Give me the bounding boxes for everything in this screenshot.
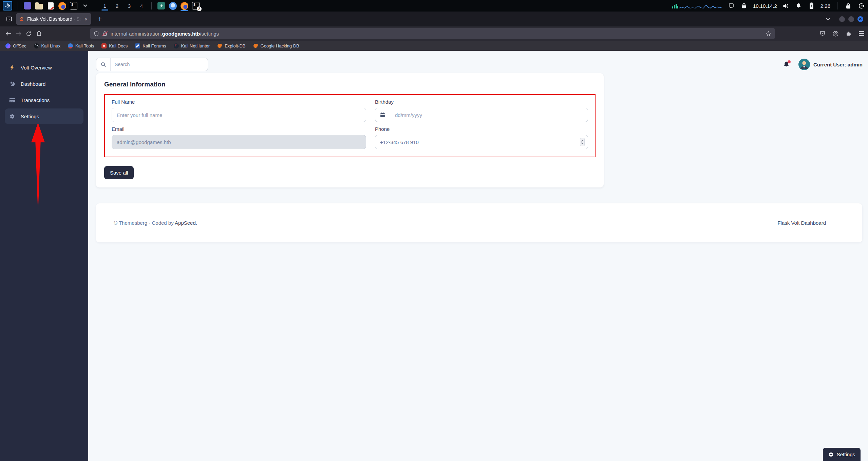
workspace-1[interactable]: 1	[100, 1, 109, 11]
folder-icon[interactable]	[35, 2, 43, 10]
browser-tab-bar: Flask Volt Dashboard - Se × + ✕	[0, 12, 868, 26]
vpn-lock-icon[interactable]	[740, 2, 748, 10]
workspace-2[interactable]: 2	[113, 1, 121, 11]
maximize-button[interactable]	[848, 16, 854, 22]
bookmark-offsec[interactable]: OffSec	[5, 43, 26, 48]
battery-icon[interactable]	[808, 2, 816, 10]
search-group	[96, 58, 208, 71]
page-topnav: Current User: admin	[96, 57, 863, 72]
email-input	[112, 135, 366, 149]
birthday-input[interactable]	[390, 108, 588, 122]
divider	[95, 2, 95, 9]
bookmark-kali-tools[interactable]: Kali Tools	[68, 43, 94, 48]
credit-card-icon	[9, 98, 16, 103]
bookmark-star-icon[interactable]	[766, 31, 771, 37]
terminal-icon[interactable]: $_	[70, 2, 78, 10]
lock-screen-icon[interactable]	[844, 2, 852, 10]
desktop-screen: $_ 1 2 3 4 $_ 2	[0, 0, 868, 461]
pocket-icon[interactable]	[819, 31, 826, 37]
page-footer: © Themesberg - Coded by AppSeed. Flask V…	[96, 203, 862, 242]
list-all-tabs-icon[interactable]	[826, 18, 830, 21]
phone-label: Phone	[375, 126, 588, 132]
bookmark-kali-linux[interactable]: Kali Linux	[34, 43, 60, 48]
new-tab-button[interactable]: +	[95, 15, 105, 23]
kali-docs-icon	[101, 43, 107, 48]
floating-settings-button[interactable]: Settings	[823, 448, 861, 461]
pie-chart-icon	[9, 81, 16, 87]
firefox-taskbar-icon[interactable]	[180, 2, 188, 10]
sidebar-item-settings[interactable]: Settings	[5, 108, 83, 124]
search-input[interactable]	[111, 62, 208, 67]
workspace-3[interactable]: 3	[125, 1, 134, 11]
firefox-view-icon[interactable]	[4, 14, 14, 24]
email-field: Email	[112, 126, 366, 149]
bookmark-kali-forums[interactable]: Kali Forums	[135, 43, 166, 48]
tracking-shield-icon[interactable]	[94, 31, 99, 37]
terminal-window-icon[interactable]: $_ 2	[192, 2, 200, 10]
gear-icon	[828, 452, 834, 457]
red-arrow-annotation	[31, 123, 45, 215]
insecure-lock-icon[interactable]	[102, 31, 107, 36]
page-viewport: Volt Overview Dashboard Transactions Set…	[0, 51, 868, 461]
number-spinner[interactable]	[580, 138, 585, 146]
general-information-card: General information Full Name Birthday	[96, 73, 604, 187]
bookmark-kali-docs[interactable]: Kali Docs	[101, 43, 128, 48]
chevron-down-icon[interactable]	[81, 2, 89, 10]
save-all-button[interactable]: Save all	[104, 166, 134, 179]
appseed-link[interactable]: AppSeed.	[175, 220, 197, 226]
search-icon	[96, 58, 111, 71]
close-window-button[interactable]: ✕	[857, 16, 863, 22]
home-icon[interactable]	[34, 28, 44, 39]
sidebar: Volt Overview Dashboard Transactions Set…	[0, 51, 88, 461]
back-icon[interactable]	[3, 28, 14, 39]
menu-hamburger-icon[interactable]	[858, 31, 865, 36]
bolt-icon	[9, 64, 16, 71]
workspace-4[interactable]: 4	[137, 1, 146, 11]
tab-title: Flask Volt Dashboard - Se	[27, 16, 81, 22]
notification-dot	[788, 60, 791, 63]
url-bar[interactable]: internal-administration.goodgames.htb/se…	[90, 28, 775, 39]
text-editor-icon[interactable]	[46, 2, 55, 10]
system-taskbar: $_ 1 2 3 4 $_ 2	[0, 0, 868, 12]
bookmarks-bar: OffSec Kali Linux Kali Tools Kali Docs K…	[0, 41, 868, 51]
account-icon[interactable]	[832, 31, 839, 37]
bookmark-exploit-db[interactable]: Exploit-DB	[217, 43, 245, 48]
sidebar-item-transactions[interactable]: Transactions	[5, 92, 83, 108]
tab-close-icon[interactable]: ×	[84, 16, 88, 22]
extensions-icon[interactable]	[846, 31, 852, 37]
kali-tools-icon	[68, 43, 73, 48]
kali-forums-icon	[135, 43, 140, 48]
logout-icon[interactable]	[857, 2, 865, 10]
phone-field: Phone	[375, 126, 588, 149]
notification-bell-icon[interactable]	[783, 61, 790, 68]
firefox-icon[interactable]	[58, 2, 66, 10]
full-name-input[interactable]	[112, 108, 366, 122]
network-graph	[672, 2, 722, 9]
power-app-icon[interactable]	[157, 2, 165, 10]
calendar-icon[interactable]	[375, 108, 390, 122]
bookmark-kali-nethunter[interactable]: Kali NetHunter	[174, 43, 210, 48]
volume-icon[interactable]	[782, 2, 790, 10]
browser-tab[interactable]: Flask Volt Dashboard - Se ×	[16, 13, 91, 25]
user-avatar[interactable]	[798, 59, 810, 70]
ethernet-icon[interactable]	[727, 2, 735, 10]
kali-menu-icon[interactable]	[3, 1, 12, 11]
exploit-db-icon	[217, 43, 222, 48]
sidebar-item-dashboard[interactable]: Dashboard	[5, 76, 83, 92]
sidebar-item-label: Dashboard	[21, 81, 45, 87]
sidebar-item-volt-overview[interactable]: Volt Overview	[5, 60, 83, 75]
main-content: Current User: admin General information …	[88, 51, 868, 461]
url-text[interactable]: internal-administration.goodgames.htb/se…	[111, 31, 762, 37]
bookmark-google-hacking-db[interactable]: Google Hacking DB	[253, 43, 299, 48]
minimize-button[interactable]	[839, 16, 845, 22]
forward-icon[interactable]	[14, 28, 24, 39]
phone-input[interactable]	[375, 135, 588, 149]
footer-brand-link[interactable]: Flask Volt Dashboard	[777, 220, 826, 226]
divider	[18, 2, 18, 9]
file-manager-icon[interactable]	[23, 2, 32, 10]
clock[interactable]: 2:26	[820, 3, 830, 9]
browser-nav-bar: internal-administration.goodgames.htb/se…	[0, 26, 868, 41]
notifications-bell-icon[interactable]	[795, 2, 803, 10]
reload-icon[interactable]	[24, 28, 34, 39]
chromium-icon[interactable]	[169, 2, 177, 10]
